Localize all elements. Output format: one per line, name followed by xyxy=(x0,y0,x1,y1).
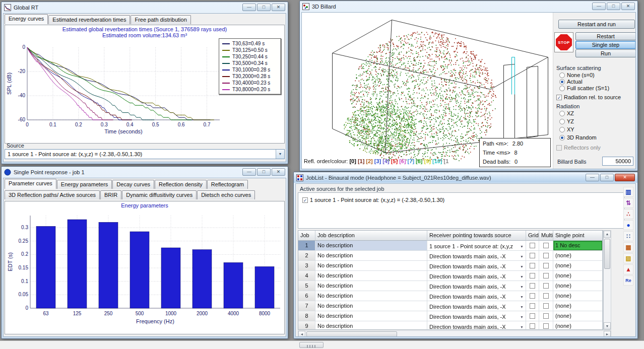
close-button[interactable]: ✕ xyxy=(272,168,285,176)
minimize-button[interactable]: — xyxy=(592,3,606,10)
titlebar-global-rt[interactable]: Global RT — □ ✕ xyxy=(2,2,288,13)
scrollbar-thumb[interactable] xyxy=(306,331,397,337)
grid-cell[interactable] xyxy=(526,311,539,321)
grid-points-icon[interactable]: ∷ xyxy=(623,231,633,241)
job-number-cell[interactable]: 6 xyxy=(298,291,315,301)
waveform-icon[interactable]: ▲ xyxy=(623,264,633,274)
grid-checkbox[interactable] xyxy=(530,263,535,268)
receiver-combobox[interactable]: Direction towards main axis, -X▼ xyxy=(427,321,526,330)
receiver-combobox[interactable]: Direction towards main axis, -X▼ xyxy=(427,271,526,281)
job-row-7[interactable]: 7No descriptionDirection towards main ax… xyxy=(298,301,603,311)
job-number-cell[interactable]: 8 xyxy=(298,311,315,321)
restore-button[interactable]: □ xyxy=(257,168,271,176)
tab-estimated-reverberation-times[interactable]: Estimated reverberation times xyxy=(48,15,130,24)
job-number-cell[interactable]: 9 xyxy=(298,321,315,330)
multi-cell[interactable] xyxy=(539,301,553,311)
multi-cell[interactable] xyxy=(539,251,553,261)
grid-checkbox[interactable] xyxy=(530,293,535,299)
single-point-cell[interactable]: (none) xyxy=(553,291,603,301)
close-button[interactable]: ✕ xyxy=(621,3,635,10)
run-button[interactable]: Run xyxy=(575,49,636,57)
job-row-5[interactable]: 5No descriptionDirection towards main ax… xyxy=(298,281,603,291)
multi-checkbox[interactable] xyxy=(543,243,549,248)
job-description-cell[interactable]: No description xyxy=(315,271,427,281)
column-header-single-point[interactable]: Single point xyxy=(553,231,603,241)
minimize-button[interactable]: — xyxy=(242,168,256,176)
column-header-grid[interactable]: Grid xyxy=(526,231,539,241)
multi-cell[interactable] xyxy=(539,241,553,251)
grid-checkbox[interactable] xyxy=(530,253,535,258)
tab-dynamic-diffusitivity-curves[interactable]: Dynamic diffusitivity curves xyxy=(122,190,197,199)
scroll-right-icon[interactable]: ► xyxy=(604,331,611,337)
job-row-8[interactable]: 8No descriptionDirection towards main ax… xyxy=(298,311,603,321)
grid-cell[interactable] xyxy=(526,271,539,281)
grid-checkbox[interactable] xyxy=(530,243,535,248)
single-point-cell[interactable]: (none) xyxy=(553,261,603,271)
radio-full-scatter-s-1[interactable]: Full scatter (S=1) xyxy=(559,85,609,91)
receiver-combobox[interactable]: Direction towards main axis, -X▼ xyxy=(427,301,526,311)
tab-energy-curves[interactable]: Energy curves xyxy=(5,14,48,24)
job-row-4[interactable]: 4No descriptionDirection towards main ax… xyxy=(298,271,603,281)
scatter-icon[interactable]: ∴ xyxy=(623,209,633,219)
tab-free-path-distribution[interactable]: Free path distribution xyxy=(131,15,190,24)
scroll-down-icon[interactable]: ▼ xyxy=(604,322,611,329)
multi-checkbox[interactable] xyxy=(543,323,549,329)
tab-brir[interactable]: BRIR xyxy=(100,190,121,199)
job-row-2[interactable]: 2No descriptionDirection towards main ax… xyxy=(298,251,603,261)
grid-cell[interactable] xyxy=(526,281,539,291)
job-number-cell[interactable]: 4 xyxy=(298,271,315,281)
titlebar-joblist[interactable]: JobList - Binaural mode (Headphone = Sub… xyxy=(294,172,637,183)
job-row-3[interactable]: 3No descriptionDirection towards main ax… xyxy=(298,261,603,271)
job-number-cell[interactable]: 2 xyxy=(298,251,315,261)
source-combobox[interactable]: 1 source 1 - Point source at: (x,y,z) = … xyxy=(5,149,285,159)
response-icon[interactable]: Re xyxy=(623,275,633,286)
checkbox-icon[interactable]: ✓ xyxy=(302,197,308,203)
job-description-cell[interactable]: No description xyxy=(315,261,427,271)
receiver-combobox[interactable]: Direction towards main axis, -X▼ xyxy=(427,311,526,321)
job-number-cell[interactable]: 5 xyxy=(298,281,315,291)
receiver-combobox[interactable]: Direction towards main axis, -X▼ xyxy=(427,291,526,301)
column-header-receiver-pointing-towards-source[interactable]: Receiver pointing towards source xyxy=(427,231,526,241)
reflectors-only-checkbox[interactable]: Reflectors only xyxy=(556,145,601,151)
tab-energy-parameters[interactable]: Energy parameters xyxy=(57,180,112,189)
grid-cell[interactable] xyxy=(526,241,539,251)
job-number-cell[interactable]: 7 xyxy=(298,301,315,311)
radio-none-s-0[interactable]: None (s=0) xyxy=(559,72,595,78)
restore-button[interactable]: □ xyxy=(600,174,614,181)
restart-button[interactable]: Restart xyxy=(575,32,636,40)
minimize-button[interactable]: — xyxy=(586,174,599,181)
multi-cell[interactable] xyxy=(539,281,553,291)
tab-reflection-density[interactable]: Reflection density xyxy=(155,180,207,189)
point-response-icon[interactable]: ● xyxy=(623,220,633,230)
titlebar-3d-billard[interactable]: 3D Billard — □ ✕ xyxy=(300,1,637,12)
column-header-multi[interactable]: Multi xyxy=(539,231,553,241)
single-step-button[interactable]: Single step xyxy=(575,41,636,49)
grid-cell[interactable] xyxy=(526,291,539,301)
single-point-cell[interactable]: (none) xyxy=(553,271,603,281)
multi-checkbox[interactable] xyxy=(543,273,549,278)
single-point-cell[interactable]: 1 No desc xyxy=(553,241,603,251)
grid-cell[interactable] xyxy=(526,251,539,261)
multi-checkbox[interactable] xyxy=(543,263,549,268)
grid-checkbox[interactable] xyxy=(530,313,535,319)
grid-checkbox[interactable] xyxy=(530,273,535,278)
close-button[interactable]: ✕ xyxy=(272,4,285,11)
single-point-cell[interactable]: (none) xyxy=(553,251,603,261)
multi-grid-icon[interactable]: ▦ xyxy=(623,242,633,252)
scroll-up-icon[interactable]: ▲ xyxy=(604,231,611,238)
joblist-vertical-scrollbar[interactable]: ▲ ▼ xyxy=(603,230,611,330)
stats-chart-icon[interactable]: ▥ xyxy=(623,187,633,197)
grid-cell[interactable] xyxy=(526,301,539,311)
receiver-combobox[interactable]: 1 source 1 - Point source at: (x,y,z▼ xyxy=(427,241,526,251)
billard-balls-input[interactable] xyxy=(602,157,633,166)
minimize-button[interactable]: — xyxy=(242,4,256,11)
column-header-job[interactable]: Job xyxy=(298,231,315,241)
scrollbar-thumb[interactable] xyxy=(299,342,324,348)
grid-checkbox[interactable] xyxy=(530,323,535,329)
job-description-cell[interactable]: No description xyxy=(315,241,427,251)
tab-decay-curves[interactable]: Decay curves xyxy=(112,180,154,189)
job-description-cell[interactable]: No description xyxy=(315,311,427,321)
radio-actual[interactable]: Actual xyxy=(559,79,583,85)
receiver-combobox[interactable]: Direction towards main axis, -X▼ xyxy=(427,261,526,271)
multi-cell[interactable] xyxy=(539,261,553,271)
